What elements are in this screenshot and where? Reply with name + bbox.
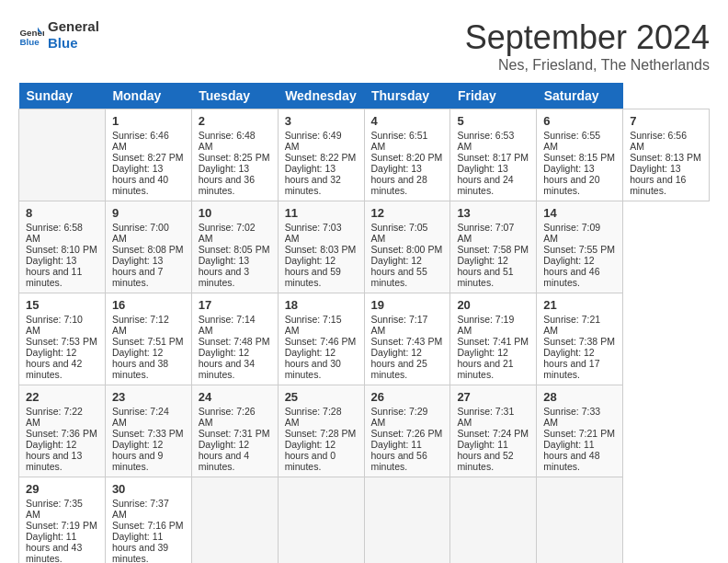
daylight: Daylight: 13 hours and 7 minutes. [112, 255, 163, 288]
calendar-cell [19, 109, 106, 201]
sunrise: Sunrise: 7:21 AM [543, 314, 600, 336]
day-number: 10 [199, 206, 271, 220]
calendar-cell: 8Sunrise: 6:58 AMSunset: 8:10 PMDaylight… [19, 201, 106, 293]
sunrise: Sunrise: 7:10 AM [26, 314, 83, 336]
sunrise: Sunrise: 7:07 AM [457, 222, 514, 244]
daylight: Daylight: 12 hours and 59 minutes. [285, 255, 341, 288]
calendar-cell [191, 477, 278, 564]
day-number: 15 [26, 298, 98, 312]
daylight: Daylight: 13 hours and 32 minutes. [285, 163, 341, 196]
sunset: Sunset: 7:28 PM [285, 428, 357, 439]
sunrise: Sunrise: 7:00 AM [112, 222, 169, 244]
week-row-3: 15Sunrise: 7:10 AMSunset: 7:53 PMDayligh… [19, 293, 710, 385]
calendar-cell: 19Sunrise: 7:17 AMSunset: 7:43 PMDayligh… [364, 293, 450, 385]
sunset: Sunset: 7:51 PM [112, 336, 184, 347]
sunset: Sunset: 7:19 PM [26, 520, 97, 531]
sunrise: Sunrise: 6:55 AM [543, 130, 600, 152]
sunrise: Sunrise: 7:33 AM [543, 406, 600, 428]
calendar-cell: 6Sunrise: 6:55 AMSunset: 8:15 PMDaylight… [537, 109, 623, 201]
sunset: Sunset: 7:43 PM [371, 336, 443, 347]
sunset: Sunset: 8:17 PM [457, 152, 529, 163]
svg-text:Blue: Blue [19, 37, 40, 47]
sunrise: Sunrise: 6:51 AM [371, 130, 428, 152]
sunset: Sunset: 7:53 PM [26, 336, 97, 347]
sunrise: Sunrise: 7:15 AM [285, 314, 342, 336]
calendar-cell: 28Sunrise: 7:33 AMSunset: 7:21 PMDayligh… [537, 385, 623, 477]
sunset: Sunset: 7:33 PM [112, 428, 184, 439]
daylight: Daylight: 12 hours and 38 minutes. [112, 347, 168, 380]
day-number: 29 [26, 482, 98, 496]
daylight: Daylight: 12 hours and 46 minutes. [543, 255, 599, 288]
sunset: Sunset: 7:48 PM [199, 336, 270, 347]
calendar-cell: 30Sunrise: 7:37 AMSunset: 7:16 PMDayligh… [105, 477, 191, 564]
calendar-cell [537, 477, 623, 564]
daylight: Daylight: 12 hours and 55 minutes. [371, 255, 427, 288]
sunset: Sunset: 7:55 PM [543, 244, 615, 255]
day-number: 12 [371, 206, 444, 220]
location: Nes, Friesland, The Netherlands [465, 57, 710, 74]
sunrise: Sunrise: 7:26 AM [199, 406, 256, 428]
day-number: 1 [112, 114, 185, 128]
daylight: Daylight: 12 hours and 30 minutes. [285, 347, 341, 380]
sunset: Sunset: 7:21 PM [543, 428, 615, 439]
sunset: Sunset: 8:05 PM [199, 244, 270, 255]
day-number: 2 [199, 114, 271, 128]
logo-icon: General Blue [18, 22, 44, 48]
calendar-cell: 3Sunrise: 6:49 AMSunset: 8:22 PMDaylight… [278, 109, 364, 201]
calendar-cell: 25Sunrise: 7:28 AMSunset: 7:28 PMDayligh… [278, 385, 364, 477]
day-number: 25 [285, 390, 358, 404]
day-number: 4 [371, 114, 444, 128]
sunrise: Sunrise: 7:24 AM [112, 406, 169, 428]
logo: General Blue General Blue [18, 18, 99, 52]
daylight: Daylight: 13 hours and 40 minutes. [112, 163, 168, 196]
calendar-cell: 21Sunrise: 7:21 AMSunset: 7:38 PMDayligh… [537, 293, 623, 385]
sunrise: Sunrise: 6:58 AM [26, 222, 83, 244]
daylight: Daylight: 13 hours and 20 minutes. [543, 163, 599, 196]
sunset: Sunset: 8:27 PM [112, 152, 184, 163]
month-title: September 2024 [465, 18, 710, 57]
day-number: 27 [457, 390, 529, 404]
sunrise: Sunrise: 7:17 AM [371, 314, 428, 336]
sunset: Sunset: 7:24 PM [457, 428, 529, 439]
daylight: Daylight: 13 hours and 11 minutes. [26, 255, 82, 288]
day-number: 5 [457, 114, 529, 128]
calendar-cell [364, 477, 450, 564]
daylight: Daylight: 12 hours and 34 minutes. [199, 347, 255, 380]
sunrise: Sunrise: 7:22 AM [26, 406, 83, 428]
calendar-cell: 16Sunrise: 7:12 AMSunset: 7:51 PMDayligh… [105, 293, 191, 385]
sunset: Sunset: 8:03 PM [285, 244, 357, 255]
day-number: 30 [112, 482, 185, 496]
calendar-cell: 7Sunrise: 6:56 AMSunset: 8:13 PMDaylight… [623, 109, 710, 201]
sunset: Sunset: 8:10 PM [26, 244, 97, 255]
sunrise: Sunrise: 6:56 AM [630, 130, 687, 152]
sunset: Sunset: 7:16 PM [112, 520, 184, 531]
daylight: Daylight: 13 hours and 3 minutes. [199, 255, 249, 288]
daylight: Daylight: 12 hours and 13 minutes. [26, 439, 82, 472]
day-header-sunday: Sunday [19, 83, 106, 109]
calendar-cell: 9Sunrise: 7:00 AMSunset: 8:08 PMDaylight… [105, 201, 191, 293]
sunrise: Sunrise: 7:19 AM [457, 314, 514, 336]
sunrise: Sunrise: 6:49 AM [285, 130, 342, 152]
day-number: 14 [543, 206, 616, 220]
calendar-cell: 29Sunrise: 7:35 AMSunset: 7:19 PMDayligh… [19, 477, 106, 564]
daylight: Daylight: 12 hours and 4 minutes. [199, 439, 249, 472]
sunset: Sunset: 8:13 PM [630, 152, 701, 163]
daylight: Daylight: 11 hours and 39 minutes. [112, 531, 168, 563]
day-number: 26 [371, 390, 444, 404]
day-header-wednesday: Wednesday [278, 83, 364, 109]
daylight: Daylight: 12 hours and 42 minutes. [26, 347, 82, 380]
day-number: 28 [543, 390, 616, 404]
calendar-cell: 22Sunrise: 7:22 AMSunset: 7:36 PMDayligh… [19, 385, 106, 477]
day-header-tuesday: Tuesday [191, 83, 278, 109]
day-number: 3 [285, 114, 358, 128]
calendar-cell: 18Sunrise: 7:15 AMSunset: 7:46 PMDayligh… [278, 293, 364, 385]
sunset: Sunset: 8:00 PM [371, 244, 443, 255]
daylight: Daylight: 12 hours and 21 minutes. [457, 347, 513, 380]
sunset: Sunset: 8:22 PM [285, 152, 357, 163]
sunrise: Sunrise: 7:31 AM [457, 406, 514, 428]
sunset: Sunset: 8:20 PM [371, 152, 443, 163]
sunrise: Sunrise: 7:35 AM [26, 498, 83, 520]
calendar-cell: 2Sunrise: 6:48 AMSunset: 8:25 PMDaylight… [191, 109, 278, 201]
daylight: Daylight: 12 hours and 17 minutes. [543, 347, 599, 380]
day-header-saturday: Saturday [537, 83, 623, 109]
